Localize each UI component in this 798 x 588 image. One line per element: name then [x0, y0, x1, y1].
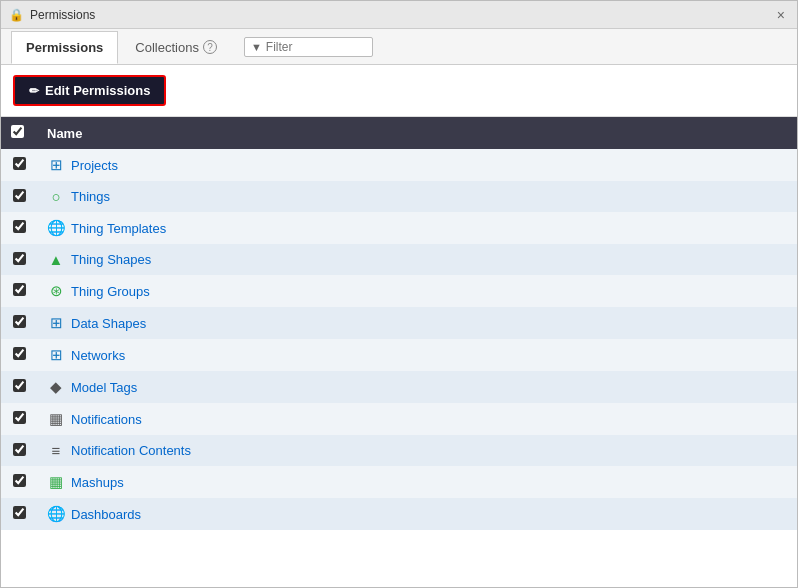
table-row: ⊞Networks — [1, 339, 797, 371]
item-link[interactable]: ▦Mashups — [47, 473, 787, 491]
item-icon: ◆ — [47, 378, 65, 396]
item-icon: ≡ — [47, 442, 65, 459]
item-name: Thing Shapes — [71, 252, 151, 267]
table-row: ≡Notification Contents — [1, 435, 797, 466]
item-name: Projects — [71, 158, 118, 173]
row-checkbox[interactable] — [13, 283, 26, 296]
filter-area: ▼ — [244, 37, 373, 57]
item-link[interactable]: ▲Thing Shapes — [47, 251, 787, 268]
title-bar-left: 🔒 Permissions — [9, 8, 95, 22]
item-link[interactable]: ≡Notification Contents — [47, 442, 787, 459]
item-link[interactable]: ⊞Data Shapes — [47, 314, 787, 332]
table-row: ▲Thing Shapes — [1, 244, 797, 275]
permissions-window: 🔒 Permissions × Permissions Collections … — [0, 0, 798, 588]
item-link[interactable]: 🌐Dashboards — [47, 505, 787, 523]
row-checkbox[interactable] — [13, 347, 26, 360]
row-checkbox[interactable] — [13, 379, 26, 392]
item-name: Mashups — [71, 475, 124, 490]
item-name: Data Shapes — [71, 316, 146, 331]
item-link[interactable]: 🌐Thing Templates — [47, 219, 787, 237]
item-name: Dashboards — [71, 507, 141, 522]
item-icon: ○ — [47, 188, 65, 205]
filter-input[interactable] — [266, 40, 366, 54]
row-checkbox[interactable] — [13, 411, 26, 424]
item-icon: ⊞ — [47, 314, 65, 332]
item-link[interactable]: ◆Model Tags — [47, 378, 787, 396]
edit-permissions-button[interactable]: ✏ Edit Permissions — [13, 75, 166, 106]
lock-icon: 🔒 — [9, 8, 24, 22]
tab-permissions[interactable]: Permissions — [11, 31, 118, 64]
table-row: ▦Mashups — [1, 466, 797, 498]
title-bar: 🔒 Permissions × — [1, 1, 797, 29]
item-icon: ▦ — [47, 410, 65, 428]
pencil-icon: ✏ — [29, 84, 39, 98]
edit-permissions-label: Edit Permissions — [45, 83, 150, 98]
item-name: Networks — [71, 348, 125, 363]
item-name: Things — [71, 189, 110, 204]
item-icon: 🌐 — [47, 219, 65, 237]
table-row: ⊞Projects — [1, 149, 797, 181]
table-header: Name — [1, 117, 797, 149]
table-body: ⊞Projects○Things🌐Thing Templates▲Thing S… — [1, 149, 797, 530]
name-column-header: Name — [37, 117, 797, 149]
item-link[interactable]: ⊞Networks — [47, 346, 787, 364]
table-row: ⊛Thing Groups — [1, 275, 797, 307]
table-row: 🌐Dashboards — [1, 498, 797, 530]
help-icon[interactable]: ? — [203, 40, 217, 54]
item-icon: ⊞ — [47, 156, 65, 174]
tab-collections[interactable]: Collections ? — [120, 31, 232, 63]
item-icon: 🌐 — [47, 505, 65, 523]
row-checkbox[interactable] — [13, 474, 26, 487]
window-title: Permissions — [30, 8, 95, 22]
row-checkbox[interactable] — [13, 252, 26, 265]
item-name: Model Tags — [71, 380, 137, 395]
row-checkbox[interactable] — [13, 189, 26, 202]
select-all-checkbox[interactable] — [11, 125, 24, 138]
item-link[interactable]: ▦Notifications — [47, 410, 787, 428]
row-checkbox[interactable] — [13, 506, 26, 519]
table-container: Name ⊞Projects○Things🌐Thing Templates▲Th… — [1, 117, 797, 587]
item-name: Thing Templates — [71, 221, 166, 236]
filter-input-wrap: ▼ — [244, 37, 373, 57]
item-name: Notifications — [71, 412, 142, 427]
item-icon: ⊛ — [47, 282, 65, 300]
row-checkbox[interactable] — [13, 443, 26, 456]
item-link[interactable]: ⊞Projects — [47, 156, 787, 174]
table-row: ▦Notifications — [1, 403, 797, 435]
table-row: ○Things — [1, 181, 797, 212]
row-checkbox[interactable] — [13, 315, 26, 328]
close-button[interactable]: × — [773, 7, 789, 23]
tab-bar: Permissions Collections ? ▼ — [1, 29, 797, 65]
row-checkbox[interactable] — [13, 157, 26, 170]
table-row: ◆Model Tags — [1, 371, 797, 403]
item-icon: ▦ — [47, 473, 65, 491]
filter-icon: ▼ — [251, 41, 262, 53]
item-link[interactable]: ○Things — [47, 188, 787, 205]
item-icon: ▲ — [47, 251, 65, 268]
table-row: ⊞Data Shapes — [1, 307, 797, 339]
row-checkbox[interactable] — [13, 220, 26, 233]
permissions-table: Name ⊞Projects○Things🌐Thing Templates▲Th… — [1, 117, 797, 530]
item-name: Thing Groups — [71, 284, 150, 299]
table-row: 🌐Thing Templates — [1, 212, 797, 244]
item-name: Notification Contents — [71, 443, 191, 458]
toolbar: ✏ Edit Permissions — [1, 65, 797, 117]
item-icon: ⊞ — [47, 346, 65, 364]
item-link[interactable]: ⊛Thing Groups — [47, 282, 787, 300]
